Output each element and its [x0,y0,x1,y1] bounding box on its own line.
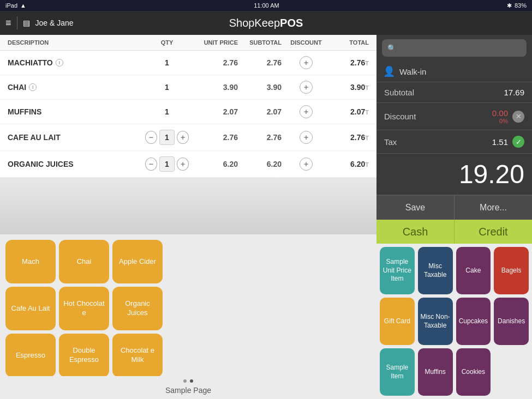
col-header-discount: DISCOUNT [282,39,331,46]
subtotal-value: 17.69 [504,88,524,97]
row-total: 3.90t [331,83,369,92]
qty-value: 1 [159,156,175,172]
time-display: 11:00 AM [254,2,279,9]
row-subtotal: 2.76 [238,58,282,67]
row-qty: − 1 + [145,156,189,172]
main-container: DESCRIPTION QTY UNIT PRICE SUBTOTAL DISC… [0,35,532,399]
row-discount: + [282,81,331,94]
right-panel: 🔍 👤 Walk-in Subtotal 17.69 Discount 0.00… [376,35,532,399]
item-button-double-espresso[interactable]: Double Espresso [59,334,109,377]
discount-percent: 0% [492,118,508,124]
order-spacer [0,178,376,234]
row-price: 2.07 [189,107,238,116]
subtotal-row: Subtotal 17.69 [376,82,532,103]
store-icon: ▤ [23,19,30,27]
right-item-misc-non-taxable[interactable]: Misc Non-Taxable [418,298,453,345]
table-row: Chai i 1 3.90 3.90 + 3.90t [0,75,376,100]
row-subtotal: 2.76 [238,133,282,142]
battery-display: 83% [515,2,527,9]
info-icon[interactable]: i [29,83,37,91]
tax-check-icon: ✓ [512,136,524,148]
discount-add-icon[interactable]: + [300,81,313,94]
table-row: Machiatto i 1 2.76 2.76 + 2.76t [0,51,376,75]
right-item-danishes[interactable]: Danishes [494,298,529,345]
discount-values: 0.00 0% [492,108,508,124]
item-button-organic-juices[interactable]: Organic Juices [112,287,163,330]
qty-increase-button[interactable]: + [177,131,189,144]
credit-button[interactable]: Credit [455,220,532,244]
row-price: 2.76 [189,133,238,142]
tax-label: Tax [384,137,397,147]
right-item-bagels[interactable]: Bagels [494,247,529,294]
order-table: DESCRIPTION QTY UNIT PRICE SUBTOTAL DISC… [0,35,376,178]
items-grid-row1: Mach Chai Apple Cider [5,240,371,283]
col-header-qty: QTY [145,39,189,46]
discount-add-icon[interactable]: + [300,131,313,144]
row-subtotal: 2.07 [238,107,282,116]
item-button-apple-cider[interactable]: Apple Cider [112,240,163,283]
right-item-sample-item[interactable]: Sample Item [380,348,415,396]
right-item-cake[interactable]: Cake [456,247,491,294]
discount-cancel-icon[interactable]: ✕ [512,111,524,123]
col-header-description: DESCRIPTION [8,39,145,46]
info-icon[interactable]: i [56,59,63,66]
header-left: ≡ ▤ Joe & Jane [0,16,74,29]
discount-add-icon[interactable]: + [300,105,313,118]
status-right: ✱ 83% [507,2,527,9]
table-row: Organic Juices − 1 + 6.20 6.20 + 6.20t [0,151,376,178]
customer-icon: 👤 [383,65,395,77]
item-button-mach[interactable]: Mach [5,240,56,283]
row-qty: − 1 + [145,130,189,145]
title-regular: ShopKeep [229,17,280,29]
right-item-misc-taxable[interactable]: Misc Taxable [418,247,453,294]
save-button[interactable]: Save [376,196,455,220]
items-grid-row2: Cafe Au Lait Hot Chocolat e Organic Juic… [5,287,371,330]
tax-right: 1.51 ✓ [492,136,524,148]
discount-add-icon[interactable]: + [300,56,313,69]
right-item-muffins[interactable]: Muffins [418,348,453,396]
page-dot [183,379,187,383]
tax-row: Tax 1.51 ✓ [376,130,532,154]
right-item-cupcakes[interactable]: Cupcakes [456,298,491,345]
status-bar: iPad ▲ 11:00 AM ✱ 83% [0,0,532,11]
row-discount: + [282,56,331,69]
row-price: 6.20 [189,160,238,168]
row-desc: Cafe Au Lait [8,133,145,142]
search-bar[interactable]: 🔍 [382,39,527,57]
col-header-price: UNIT PRICE [189,39,238,46]
qty-increase-button[interactable]: + [177,158,189,171]
item-button-cafe-au-lait[interactable]: Cafe Au Lait [5,287,56,330]
qty-value: 1 [159,130,175,145]
item-button-espresso[interactable]: Espresso [5,334,56,377]
app-title: ShopKeepPOS [229,17,303,29]
row-desc: Machiatto i [8,58,145,67]
qty-decrease-button[interactable]: − [145,131,157,144]
cash-button[interactable]: Cash [376,220,455,244]
row-subtotal: 6.20 [238,160,282,168]
item-button-hot-chocolate[interactable]: Hot Chocolat e [59,287,109,330]
row-qty: 1 [145,58,189,67]
summary-section: Subtotal 17.69 Discount 0.00 0% ✕ Tax 1.… [376,82,532,195]
row-discount: + [282,105,331,118]
item-button-chocolate-milk[interactable]: Chocolat e Milk [112,334,163,377]
page-dot-active [190,379,193,383]
item-name: Machiatto [8,58,53,67]
col-header-total: TOTAL [331,39,369,46]
wifi-icon: ▲ [20,2,26,9]
ipad-label: iPad [5,2,17,9]
discount-row: Discount 0.00 0% ✕ [376,103,532,130]
discount-right: 0.00 0% ✕ [492,108,524,124]
discount-add-icon[interactable]: + [300,158,313,171]
item-button-chai[interactable]: Chai [59,240,109,283]
item-name: Muffins [8,107,41,116]
right-item-gift-card[interactable]: Gift Card [380,298,415,345]
more-button[interactable]: More... [455,196,532,220]
right-grid-empty [494,348,529,396]
menu-icon[interactable]: ≡ [5,17,11,29]
items-grid-row3: Espresso Double Espresso Chocolat e Milk [5,334,371,377]
customer-row[interactable]: 👤 Walk-in [376,61,532,82]
qty-decrease-button[interactable]: − [145,158,157,171]
right-item-cookies[interactable]: Cookies [456,348,491,396]
right-item-sample-unit-price[interactable]: Sample Unit Price Item [380,247,415,294]
bluetooth-icon: ✱ [507,2,512,9]
